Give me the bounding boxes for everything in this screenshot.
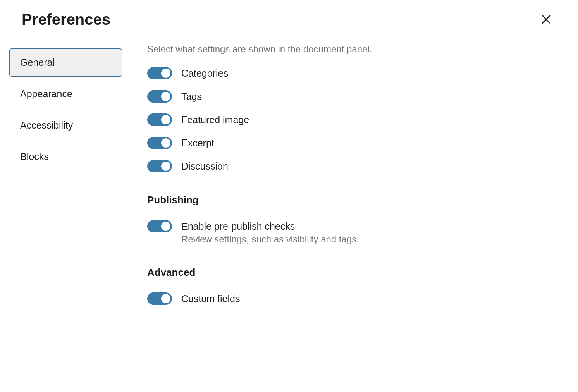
toggle-categories[interactable] [147, 67, 172, 79]
toggle-label-prepublish: Enable pre-publish checks [181, 220, 359, 232]
modal-body: General Appearance Accessibility Blocks … [0, 39, 578, 384]
toggle-tags[interactable] [147, 90, 172, 103]
publishing-heading: Publishing [147, 194, 563, 206]
toggle-row-prepublish: Enable pre-publish checks Review setting… [147, 220, 563, 245]
toggle-row-tags: Tags [147, 90, 563, 103]
toggle-label-excerpt: Excerpt [181, 137, 214, 149]
tab-general[interactable]: General [9, 48, 122, 77]
toggle-label-custom-fields: Custom fields [181, 292, 240, 305]
tab-blocks[interactable]: Blocks [9, 143, 122, 171]
toggle-label-tags: Tags [181, 90, 202, 103]
toggle-row-discussion: Discussion [147, 160, 563, 172]
toggle-featured-image[interactable] [147, 113, 172, 126]
toggle-row-featured-image: Featured image [147, 113, 563, 126]
modal-header: Preferences [0, 0, 578, 39]
toggle-label-discussion: Discussion [181, 160, 228, 172]
preferences-tabs: General Appearance Accessibility Blocks [0, 39, 132, 384]
document-panel-description: Select what settings are shown in the do… [147, 44, 563, 55]
modal-title: Preferences [22, 11, 110, 28]
toggle-row-custom-fields: Custom fields [147, 292, 563, 305]
tab-accessibility[interactable]: Accessibility [9, 111, 122, 139]
close-icon [539, 12, 553, 26]
toggle-prepublish-checks[interactable] [147, 220, 172, 232]
toggle-custom-fields[interactable] [147, 292, 172, 305]
preferences-content: Select what settings are shown in the do… [132, 39, 578, 384]
toggle-row-categories: Categories [147, 67, 563, 79]
close-button[interactable] [536, 9, 556, 29]
advanced-heading: Advanced [147, 266, 563, 279]
toggle-label-featured-image: Featured image [181, 113, 249, 126]
toggle-discussion[interactable] [147, 160, 172, 172]
toggle-excerpt[interactable] [147, 137, 172, 149]
toggle-row-excerpt: Excerpt [147, 137, 563, 149]
toggle-help-prepublish: Review settings, such as visibility and … [181, 234, 359, 245]
tab-appearance[interactable]: Appearance [9, 80, 122, 108]
toggle-label-categories: Categories [181, 67, 228, 79]
